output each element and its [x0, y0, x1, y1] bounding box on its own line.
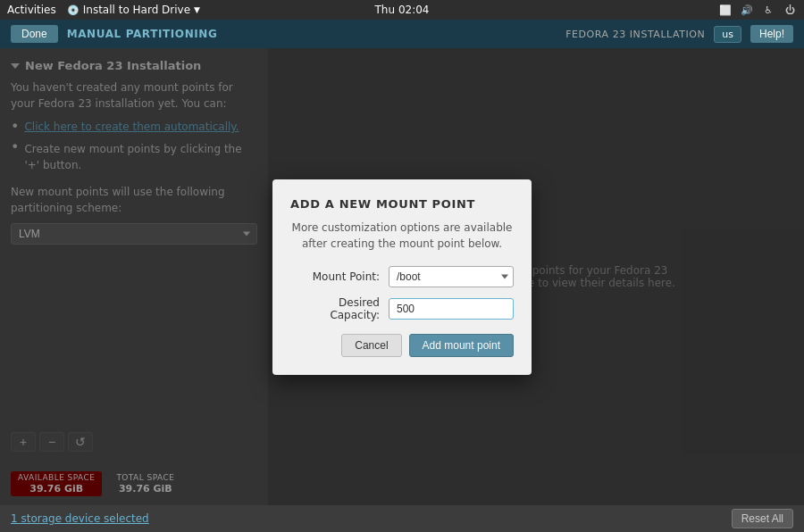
language-selector[interactable]: us [714, 26, 741, 43]
desired-capacity-label: Desired Capacity: [290, 296, 389, 321]
mount-point-control: /boot / /home /swap /tmp /var [389, 266, 514, 287]
topbar: Activities 💿 Install to Hard Drive ▼ Thu… [0, 0, 804, 20]
window-icon[interactable]: ⬜ [718, 3, 733, 17]
dialog-buttons: Cancel Add mount point [290, 334, 514, 357]
dialog-overlay: ADD A NEW MOUNT POINT More customization… [0, 48, 804, 505]
topbar-right: ⬜ 🔊 ♿ ⏻ [718, 3, 797, 17]
desired-capacity-input[interactable] [389, 298, 514, 320]
install-label[interactable]: 💿 Install to Hard Drive ▼ [67, 4, 200, 16]
mount-point-row: Mount Point: /boot / /home /swap /tmp /v… [290, 266, 514, 287]
dialog-description: More customization options are available… [290, 220, 514, 252]
desired-capacity-row: Desired Capacity: [290, 296, 514, 321]
activities-label[interactable]: Activities [7, 4, 56, 16]
cancel-button[interactable]: Cancel [341, 334, 401, 357]
volume-icon[interactable]: 🔊 [740, 3, 754, 17]
mount-point-label: Mount Point: [290, 270, 389, 283]
help-button[interactable]: Help! [750, 25, 793, 43]
app-titlebar: Done MANUAL PARTITIONING FEDORA 23 INSTA… [0, 20, 804, 48]
desired-capacity-control [389, 298, 514, 320]
dialog-title: ADD A NEW MOUNT POINT [290, 197, 514, 211]
topbar-time: Thu 02:04 [375, 4, 430, 16]
done-button[interactable]: Done [11, 25, 58, 43]
topbar-left: Activities 💿 Install to Hard Drive ▼ [7, 4, 200, 16]
add-mount-point-confirm-button[interactable]: Add mount point [409, 334, 514, 357]
power-icon[interactable]: ⏻ [783, 3, 797, 17]
reset-all-button[interactable]: Reset All [732, 509, 793, 528]
storage-info-bar: 1 storage device selected Reset All [0, 505, 804, 532]
mount-point-select[interactable]: /boot / /home /swap /tmp /var [389, 266, 514, 287]
main-content: New Fedora 23 Installation You haven't c… [0, 48, 804, 505]
accessibility-icon[interactable]: ♿ [761, 3, 775, 17]
add-mount-point-dialog: ADD A NEW MOUNT POINT More customization… [272, 179, 532, 375]
fedora-installation-title: FEDORA 23 INSTALLATION [565, 29, 705, 40]
manual-partitioning-title: MANUAL PARTITIONING [67, 28, 218, 40]
storage-device-link[interactable]: 1 storage device selected [11, 512, 149, 525]
app-titlebar-left: Done MANUAL PARTITIONING [11, 25, 217, 43]
